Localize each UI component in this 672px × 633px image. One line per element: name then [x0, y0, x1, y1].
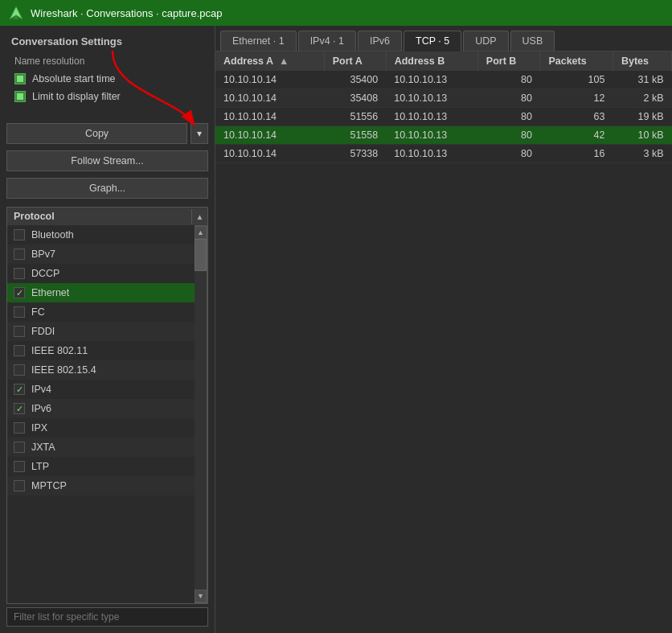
protocol-checkbox[interactable]	[14, 364, 25, 376]
protocol-checkbox[interactable]: ✓	[14, 403, 25, 414]
scroll-track	[195, 239, 207, 590]
table-row[interactable]: 10.10.10.145733810.10.10.1380163 kB	[215, 145, 672, 163]
table-cell: 10.10.10.14	[215, 71, 324, 89]
graph-button[interactable]: Graph...	[6, 178, 208, 199]
list-item[interactable]: IPX	[7, 418, 195, 438]
titlebar-text: Wireshark · Conversations · capture.pcap	[31, 7, 222, 19]
protocol-checkbox[interactable]	[14, 442, 25, 453]
tab-udp[interactable]: UDP	[463, 31, 508, 51]
follow-stream-button[interactable]: Follow Stream...	[6, 150, 208, 171]
protocol-checkbox[interactable]	[14, 480, 25, 491]
protocol-name: DCCP	[31, 268, 59, 279]
copy-button[interactable]: Copy	[6, 123, 187, 144]
table-cell: 31 kB	[613, 71, 671, 89]
scroll-down-button[interactable]: ▼	[195, 590, 207, 602]
protocol-name: IEEE 802.15.4	[31, 364, 96, 376]
list-item[interactable]: Bluetooth	[7, 225, 195, 245]
table-cell: 19 kB	[613, 108, 671, 126]
tab-ipv6[interactable]: IPv6	[358, 31, 402, 51]
copy-dropdown-button[interactable]: ▾	[191, 123, 208, 144]
table-cell: 63	[540, 108, 613, 126]
protocol-list-wrap: BluetoothBPv7DCCP✓EthernetFCFDDIIEEE 802…	[6, 225, 208, 604]
protocol-list: BluetoothBPv7DCCP✓EthernetFCFDDIIEEE 802…	[7, 225, 195, 603]
protocol-scrollbar: ▲ ▼	[195, 225, 207, 603]
scroll-thumb[interactable]	[195, 239, 207, 271]
protocol-checkbox[interactable]	[14, 249, 25, 260]
list-item[interactable]: ✓IPv6	[7, 399, 195, 418]
protocol-checkbox[interactable]	[14, 345, 25, 356]
table-cell: 80	[477, 71, 540, 89]
table-cell: 57338	[324, 145, 386, 163]
protocol-name: BPv7	[31, 249, 55, 260]
name-resolution-label: Name resolution	[11, 55, 203, 67]
table-cell: 80	[477, 89, 540, 108]
list-item[interactable]: IEEE 802.11	[7, 341, 195, 360]
table-cell: 51558	[324, 126, 386, 145]
protocol-name: IPv6	[31, 403, 51, 414]
protocol-checkbox[interactable]	[14, 422, 25, 434]
list-item[interactable]: IEEE 802.15.4	[7, 360, 195, 380]
table-cell: 3 kB	[613, 145, 671, 163]
copy-button-row: Copy ▾	[6, 123, 208, 144]
protocol-name: MPTCP	[31, 480, 67, 491]
absolute-start-time-label: Absolute start time	[32, 73, 116, 84]
table-cell: 10.10.10.13	[386, 89, 477, 108]
list-item[interactable]: BPv7	[7, 245, 195, 264]
filter-list-input[interactable]	[6, 607, 208, 627]
protocol-checkbox[interactable]: ✓	[14, 384, 25, 395]
table-cell: 51556	[324, 108, 386, 126]
protocol-section: Protocol ▲ BluetoothBPv7DCCP✓EthernetFCF…	[6, 207, 208, 604]
protocol-checkbox[interactable]	[14, 268, 25, 279]
table-row[interactable]: 10.10.10.145155610.10.10.13806319 kB	[215, 108, 672, 126]
protocol-checkbox[interactable]	[14, 326, 25, 337]
table-cell: 80	[477, 126, 540, 145]
tab-ethernet---1[interactable]: Ethernet · 1	[220, 31, 297, 51]
tab-usb[interactable]: USB	[510, 31, 555, 51]
table-cell: 35400	[324, 71, 386, 89]
list-item[interactable]: FDDI	[7, 322, 195, 341]
list-item[interactable]: JXTA	[7, 438, 195, 457]
conversation-table: Address A ▲ Port A Address B Port B Pack…	[215, 51, 672, 163]
conversation-settings: Conversation Settings Name resolution Ab…	[0, 26, 215, 115]
table-body: 10.10.10.143540010.10.10.138010531 kB10.…	[215, 71, 672, 163]
main-layout: Conversation Settings Name resolution Ab…	[0, 26, 672, 633]
table-cell: 10.10.10.13	[386, 108, 477, 126]
absolute-start-time-row: Absolute start time	[11, 73, 203, 84]
protocol-checkbox[interactable]	[14, 461, 25, 472]
table-cell: 35408	[324, 89, 386, 108]
protocol-name: IEEE 802.11	[31, 345, 88, 356]
left-panel: Conversation Settings Name resolution Ab…	[0, 26, 215, 633]
tab-tcp---5[interactable]: TCP · 5	[404, 31, 461, 51]
protocol-checkbox[interactable]	[14, 306, 25, 318]
list-item[interactable]: ✓Ethernet	[7, 283, 195, 302]
list-item[interactable]: DCCP	[7, 264, 195, 283]
protocol-name: Bluetooth	[31, 229, 74, 240]
col-port-a: Port A	[324, 51, 386, 71]
protocol-checkbox[interactable]: ✓	[14, 287, 25, 298]
table-cell: 10.10.10.13	[386, 126, 477, 145]
protocol-checkbox[interactable]	[14, 229, 25, 240]
col-address-a: Address A ▲	[215, 51, 324, 71]
tab-ipv4---1[interactable]: IPv4 · 1	[298, 31, 356, 51]
table-cell: 16	[540, 145, 613, 163]
tabs-bar: Ethernet · 1IPv4 · 1IPv6TCP · 5UDPUSB	[215, 26, 672, 51]
table-row[interactable]: 10.10.10.143540810.10.10.1380122 kB	[215, 89, 672, 108]
table-cell: 105	[540, 71, 613, 89]
table-cell: 10.10.10.14	[215, 89, 324, 108]
scroll-up-button[interactable]: ▲	[195, 226, 207, 239]
table-header-row: Address A ▲ Port A Address B Port B Pack…	[215, 51, 672, 71]
limit-display-filter-checkbox[interactable]	[14, 91, 26, 102]
list-item[interactable]: LTP	[7, 457, 195, 476]
absolute-start-time-checkbox[interactable]	[14, 73, 26, 84]
protocol-name: FC	[31, 306, 45, 318]
protocol-sort-button[interactable]: ▲	[191, 209, 207, 224]
list-item[interactable]: FC	[7, 302, 195, 322]
table-cell: 10 kB	[613, 126, 671, 145]
table-row[interactable]: 10.10.10.143540010.10.10.138010531 kB	[215, 71, 672, 89]
right-panel: Ethernet · 1IPv4 · 1IPv6TCP · 5UDPUSB Ad…	[215, 26, 672, 633]
list-item[interactable]: MPTCP	[7, 476, 195, 495]
protocol-name: Ethernet	[31, 287, 69, 298]
table-row[interactable]: 10.10.10.145155810.10.10.13804210 kB	[215, 126, 672, 145]
conversation-table-wrap: Address A ▲ Port A Address B Port B Pack…	[215, 51, 672, 633]
list-item[interactable]: ✓IPv4	[7, 380, 195, 399]
